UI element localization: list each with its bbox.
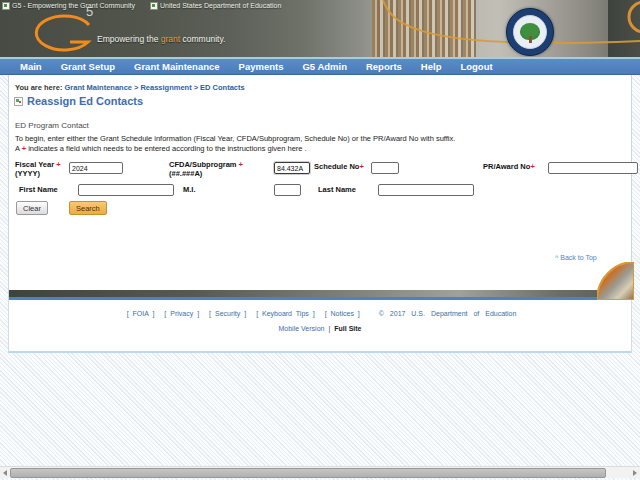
nav-item-help[interactable]: Help xyxy=(421,61,442,72)
scroll-right-arrow-icon[interactable] xyxy=(630,467,640,479)
bracket: ] xyxy=(197,310,199,317)
mobile-version-link[interactable]: Mobile Version xyxy=(279,325,325,332)
fiscal-year-label: Fiscal Year + (YYYY) xyxy=(15,161,61,178)
dept-of-education-seal-icon xyxy=(506,8,554,56)
horizontal-scrollbar[interactable] xyxy=(0,466,640,478)
banner-alt-text-g5: G5 - Empowering the Grant Community xyxy=(12,2,135,9)
footer-link-privacy[interactable]: Privacy xyxy=(170,310,193,317)
cfda-required: + xyxy=(239,160,243,169)
bracket: ] xyxy=(358,310,360,317)
breadcrumb-prefix: You are here: xyxy=(15,83,62,92)
footer-link-foia[interactable]: FOIA xyxy=(133,310,149,317)
footer-link-wrap: [ Privacy ] xyxy=(164,310,199,317)
bracket: [ xyxy=(164,310,166,317)
clear-button[interactable]: Clear xyxy=(16,201,48,215)
footer-links-row: [ FOIA ] [ Privacy ] [ Security ] [ Keyb… xyxy=(9,310,631,317)
bracket: [ xyxy=(325,310,327,317)
books-corner-image xyxy=(597,262,634,300)
header-banner: G5 - Empowering the Grant Community Unit… xyxy=(0,0,640,57)
nav-item-payments[interactable]: Payments xyxy=(239,61,284,72)
last-name-label: Last Name xyxy=(318,186,356,195)
breadcrumb-grant-maintenance[interactable]: Grant Maintenance xyxy=(64,83,132,92)
schedule-no-label-text: Schedule No xyxy=(314,162,359,171)
nav-item-reports[interactable]: Reports xyxy=(366,61,402,72)
cfda-hint: (##.###A) xyxy=(169,169,202,178)
fiscal-year-required: + xyxy=(56,160,60,169)
instructions-line1: To begin, enter either the Grant Schedul… xyxy=(15,134,615,144)
tagline-pre: Empowering the xyxy=(97,34,161,44)
pr-award-no-required: + xyxy=(530,162,534,171)
page-title: Reassign Ed Contacts xyxy=(27,95,143,107)
cfda-input[interactable] xyxy=(274,162,310,174)
footer-link-notices[interactable]: Notices xyxy=(331,310,354,317)
back-to-top-link[interactable]: ^ Back to Top xyxy=(555,254,597,261)
schedule-no-label: Schedule No+ xyxy=(314,163,364,172)
nav-item-g5-admin[interactable]: G5 Admin xyxy=(302,61,347,72)
scrollbar-thumb[interactable] xyxy=(10,468,606,478)
bracket: [ xyxy=(127,310,129,317)
last-name-input[interactable] xyxy=(378,184,474,196)
g5-logo-icon xyxy=(28,13,108,57)
schedule-no-required: + xyxy=(359,162,363,171)
bracket: ] xyxy=(244,310,246,317)
footer-link-wrap: [ Keyboard Tips ] xyxy=(256,310,315,317)
breadcrumb: You are here: Grant Maintenance>Reassign… xyxy=(15,83,245,92)
seal-inner-ring xyxy=(513,15,547,49)
breadcrumb-ed-contacts[interactable]: ED Contacts xyxy=(200,83,245,92)
banner-right-panel xyxy=(608,0,640,57)
banner-alt-text-ed: United States Department of Education xyxy=(160,2,281,9)
footer-link-wrap: [ Notices ] xyxy=(325,310,360,317)
bracket: ] xyxy=(152,310,154,317)
seal-trunk xyxy=(529,36,532,43)
scroll-left-arrow-icon[interactable] xyxy=(0,467,10,479)
pr-award-no-input[interactable] xyxy=(548,162,638,174)
section-heading: ED Program Contact xyxy=(15,121,89,130)
footer-separator: | xyxy=(328,325,330,332)
g5-application-page: G5 - Empowering the Grant Community Unit… xyxy=(0,0,640,480)
footer-link-security[interactable]: Security xyxy=(215,310,240,317)
breadcrumb-separator: > xyxy=(134,83,138,92)
instructions-line2: A + indicates a field which needs to be … xyxy=(15,144,615,154)
footer-link-wrap: [ Security ] xyxy=(209,310,246,317)
bracket: [ xyxy=(209,310,211,317)
footer-site-toggle-row: Mobile Version|Full Site xyxy=(9,325,631,332)
page-title-row: Reassign Ed Contacts xyxy=(14,95,143,107)
broken-image-icon xyxy=(2,2,10,10)
cfda-label: CFDA/Subprogram + (##.###A) xyxy=(169,161,243,178)
footer-link-wrap: [ FOIA ] xyxy=(127,310,155,317)
right-triangle-icon xyxy=(633,470,637,476)
nav-item-grant-setup[interactable]: Grant Setup xyxy=(61,61,115,72)
banner-alt-chip-g5: G5 - Empowering the Grant Community xyxy=(2,1,135,10)
copyright-text: © 2017 U.S. Department of Education xyxy=(379,310,517,317)
instructions-line2-pre: A xyxy=(15,144,22,153)
bookshelf-photo xyxy=(372,0,476,57)
tagline-post: community. xyxy=(180,34,225,44)
mi-input[interactable] xyxy=(274,184,301,196)
fiscal-year-hint: (YYYY) xyxy=(15,169,40,178)
search-button[interactable]: Search xyxy=(69,201,107,215)
pr-award-no-label-text: PR/Award No xyxy=(483,162,530,171)
breadcrumb-reassignment[interactable]: Reassignment xyxy=(140,83,191,92)
tagline-grant: grant xyxy=(161,34,180,44)
instructions-line2-post: indicates a field which needs to be ente… xyxy=(26,144,307,153)
page-footer: [ FOIA ] [ Privacy ] [ Security ] [ Keyb… xyxy=(8,300,632,353)
page-title-icon xyxy=(14,97,23,106)
full-site-label: Full Site xyxy=(334,325,361,332)
tagline: Empowering the grant community. xyxy=(97,34,225,44)
mi-label: M.I. xyxy=(183,186,196,195)
nav-item-grant-maintenance[interactable]: Grant Maintenance xyxy=(134,61,220,72)
main-nav-bar: Main Grant Setup Grant Maintenance Payme… xyxy=(0,57,640,75)
footer-photo-strip xyxy=(9,290,633,297)
first-name-label: First Name xyxy=(19,186,58,195)
broken-image-icon xyxy=(150,2,158,10)
footer-link-keyboard-tips[interactable]: Keyboard Tips xyxy=(262,310,309,317)
first-name-input[interactable] xyxy=(78,184,174,196)
breadcrumb-separator: > xyxy=(194,83,198,92)
nav-item-main[interactable]: Main xyxy=(20,61,42,72)
g5-logo-number: 5 xyxy=(86,4,93,19)
instructions-text: To begin, enter either the Grant Schedul… xyxy=(15,134,615,153)
nav-item-logout[interactable]: Logout xyxy=(460,61,492,72)
schedule-no-input[interactable] xyxy=(371,162,399,174)
banner-alt-chip-ed: United States Department of Education xyxy=(150,1,281,10)
fiscal-year-input[interactable] xyxy=(69,162,123,174)
